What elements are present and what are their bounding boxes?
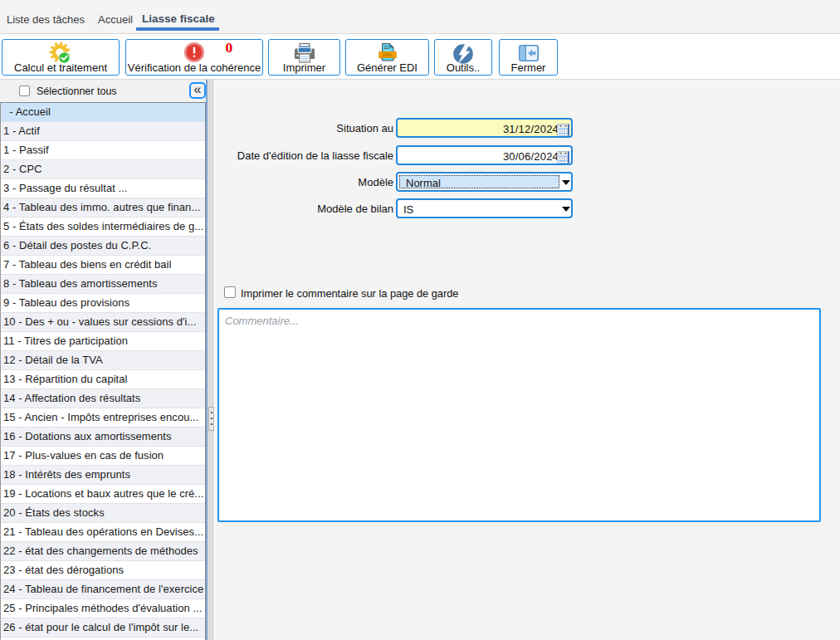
svg-text:XML: XML	[382, 51, 393, 57]
svg-text:0: 0	[226, 42, 233, 56]
